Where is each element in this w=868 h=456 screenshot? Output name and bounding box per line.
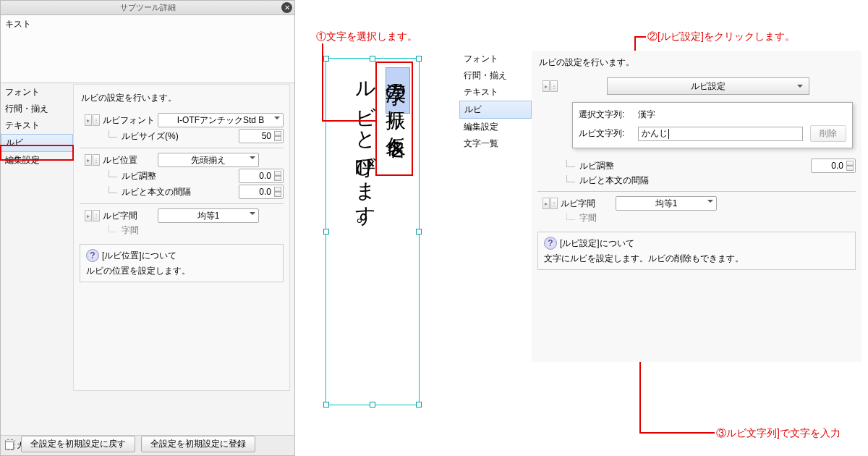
row-ruby-adjust: ルビ調整 0.0	[80, 169, 284, 183]
help-icon: ?	[86, 249, 99, 262]
help-box-right: ?[ルビ設定]について 文字にルビを設定します。ルビの削除もできます。	[537, 232, 856, 270]
drag-handle-icon[interactable]: ▸	[542, 198, 550, 209]
drag-handle-icon[interactable]: ▸	[85, 210, 92, 221]
property-area: ルビの設定を行います。 ▸⋮ ルビフォント I-OTFアンチックStd B ルビ…	[73, 84, 290, 391]
selected-text-value: 漢字	[638, 109, 846, 121]
drag-handle-icon[interactable]: ⋮	[550, 80, 558, 92]
row-ruby-string: ルビ文字列: かんじ 削除	[579, 125, 846, 142]
row-ruby-size: ルビサイズ(%) 50	[80, 129, 284, 143]
resize-handle-icon[interactable]	[323, 56, 329, 62]
ruby-font-dropdown[interactable]: I-OTFアンチックStd B	[158, 113, 284, 127]
resize-handle-icon[interactable]	[323, 229, 329, 235]
drag-handle-icon[interactable]: ▸	[85, 114, 92, 126]
ruby-adjust-spinner[interactable]: 0.0	[239, 169, 284, 183]
sidebar-item-font[interactable]: フォント	[459, 51, 532, 67]
tree-elbow-icon	[566, 175, 575, 182]
label-ruby-gap: ルビと本文の間隔	[579, 174, 659, 187]
spin-up-icon[interactable]	[274, 187, 281, 192]
spin-down-icon[interactable]	[274, 176, 281, 181]
label-ruby-gap: ルビと本文の間隔	[122, 186, 201, 198]
ruby-string-input[interactable]: かんじ	[638, 127, 803, 141]
spin-up-icon[interactable]	[274, 131, 281, 136]
row-ruby-spacing: ▸⋮ ルビ字間 均等1	[80, 208, 284, 223]
chevron-down-icon	[707, 200, 713, 206]
drag-handle-icon[interactable]: ⋮	[93, 114, 100, 126]
drag-handle-icon[interactable]: ▸	[542, 80, 550, 92]
ruby-pos-dropdown[interactable]: 先頭揃え	[158, 153, 259, 167]
ruby-settings-popup: 選択文字列: 漢字 ルビ文字列: かんじ 削除	[572, 102, 853, 148]
label-ruby-spacing: ルビ字間	[561, 198, 613, 210]
tree-elbow-icon	[109, 170, 117, 177]
titlebar: サブツール詳細 ✕	[1, 1, 294, 15]
ruby-size-spinner[interactable]: 50	[239, 129, 284, 143]
ruby-settings-button[interactable]: ルビ設定	[607, 77, 809, 95]
label-ruby-pos: ルビ位置	[103, 154, 155, 166]
row-ruby-adjust2: ルビ調整 0.0	[537, 159, 856, 173]
annotation-1: ①文字を選択します。	[316, 30, 417, 43]
annotation-line-2b	[634, 36, 646, 38]
register-defaults-button[interactable]: 全設定を初期設定に登録	[141, 436, 255, 452]
sidebar-item-list[interactable]: 文字一覧	[459, 135, 532, 152]
tree-elbow-icon	[109, 186, 117, 193]
close-icon[interactable]: ✕	[281, 2, 292, 13]
vertical-text-line-2[interactable]: ルビと呼びます。	[351, 67, 378, 396]
row-ruby-spacing2: ▸⋮ ルビ字間 均等1	[537, 196, 856, 211]
row-char-spacing: 字間	[80, 224, 284, 237]
delete-button[interactable]: 削除	[810, 125, 846, 142]
sidebar-item-align[interactable]: 行間・揃え	[459, 67, 532, 84]
sidebar-item-ruby[interactable]: ルビ	[1, 134, 73, 152]
ruby-spacing-dropdown[interactable]: 均等1	[158, 208, 259, 223]
sidebar-item-font[interactable]: フォント	[1, 84, 73, 101]
tab-text[interactable]: キスト	[5, 19, 31, 29]
label-ruby-font: ルビフォント	[103, 114, 155, 127]
drag-handle-icon[interactable]: ⋮	[550, 198, 558, 209]
sidebar-right: フォント 行間・揃え テキスト ルビ 編集設定 文字一覧	[459, 51, 532, 152]
section-description: ルビの設定を行います。	[537, 54, 856, 76]
resize-handle-icon[interactable]	[323, 402, 329, 408]
spin-up-icon[interactable]	[846, 161, 854, 166]
label-ruby-spacing: ルビ字間	[103, 210, 155, 222]
ruby-spacing-dropdown[interactable]: 均等1	[616, 196, 717, 211]
drag-handle-icon[interactable]: ⋮	[93, 154, 100, 166]
spin-down-icon[interactable]	[274, 192, 281, 197]
text-cursor-icon	[668, 129, 669, 139]
label-selected-text: 選択文字列:	[579, 109, 635, 121]
sidebar-item-edit[interactable]: 編集設定	[459, 119, 532, 135]
row-char-spacing2: 字間	[537, 212, 856, 224]
chevron-down-icon	[274, 117, 280, 122]
resize-handle-icon[interactable]	[416, 402, 422, 408]
divider	[80, 148, 284, 148]
ruby-adjust-spinner[interactable]: 0.0	[811, 159, 856, 173]
sidebar-item-text[interactable]: テキスト	[1, 117, 73, 134]
sidebar-item-ruby[interactable]: ルビ	[459, 101, 532, 119]
annotation-line-3b	[639, 432, 715, 434]
row-ruby-gap2: ルビと本文の間隔	[537, 174, 856, 187]
ruby-gap-spinner[interactable]: 0.0	[239, 185, 284, 199]
resize-handle-icon[interactable]	[416, 56, 422, 62]
resize-handle-icon[interactable]	[370, 56, 375, 62]
chevron-down-icon	[250, 212, 255, 218]
label-char-spacing: 字間	[122, 224, 174, 237]
text-sample-frame[interactable]: 漢字の振り仮名を ルビと呼びます。	[326, 58, 420, 405]
drag-handle-icon[interactable]: ⋮	[93, 210, 100, 221]
reset-icon	[5, 439, 15, 449]
resize-handle-icon[interactable]	[416, 229, 422, 235]
vertical-text-line-1[interactable]: 漢字の振り仮名を	[381, 67, 409, 396]
sidebar-item-align[interactable]: 行間・揃え	[1, 101, 73, 117]
row-ruby-gap: ルビと本文の間隔 0.0	[80, 185, 284, 199]
reset-defaults-button[interactable]: 全設定を初期設定に戻す	[21, 436, 135, 452]
help-icon: ?	[544, 237, 557, 250]
resize-handle-icon[interactable]	[370, 402, 375, 408]
help-box: ?[ルビ位置]について ルビの位置を設定します。	[80, 244, 284, 282]
sidebar-item-text[interactable]: テキスト	[459, 84, 532, 101]
spin-down-icon[interactable]	[846, 166, 854, 171]
label-ruby-string: ルビ文字列:	[579, 127, 635, 140]
sidebar-item-edit[interactable]: 編集設定	[1, 152, 73, 169]
help-title: [ルビ設定]について	[560, 238, 634, 248]
tree-elbow-icon	[566, 213, 575, 220]
property-area-right: ルビの設定を行います。 ▸⋮ ルビ設定 選択文字列: 漢字 ルビ文字列: かんじ…	[532, 51, 861, 362]
drag-handle-icon[interactable]: ▸	[85, 154, 92, 166]
label-ruby-size: ルビサイズ(%)	[122, 130, 179, 143]
spin-down-icon[interactable]	[274, 136, 281, 141]
spin-up-icon[interactable]	[274, 171, 281, 176]
